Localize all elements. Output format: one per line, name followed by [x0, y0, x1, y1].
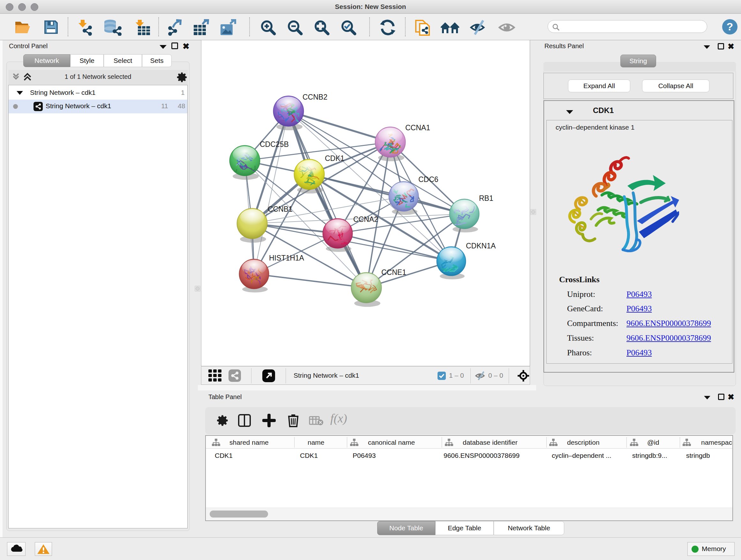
svg-text:?: ? [727, 20, 733, 33]
svg-text:CCNB2: CCNB2 [302, 93, 327, 101]
svg-text:CCNA1: CCNA1 [405, 124, 430, 132]
svg-text:CDC6: CDC6 [418, 175, 439, 184]
svg-text:CDKN1A: CDKN1A [466, 242, 496, 250]
svg-text:HIST1H1A: HIST1H1A [269, 254, 305, 262]
svg-text:CCNE1: CCNE1 [381, 268, 406, 276]
svg-text:CDK1: CDK1 [325, 154, 344, 163]
svg-text:CCNB1: CCNB1 [268, 205, 293, 213]
svg-text:CDC25B: CDC25B [260, 140, 289, 148]
svg-text:RB1: RB1 [479, 194, 493, 202]
svg-text:CCNA2: CCNA2 [353, 215, 378, 224]
